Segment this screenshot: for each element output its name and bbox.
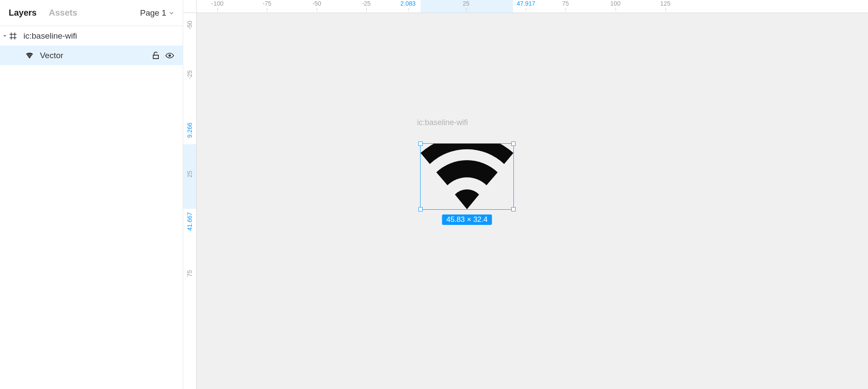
layer-label: ic:baseline-wifi bbox=[23, 31, 183, 41]
ruler-horizontal[interactable]: -100-75-50-252.0832547.91775100125 bbox=[197, 0, 868, 13]
ruler-tick: 125 bbox=[660, 0, 670, 7]
layer-actions bbox=[151, 51, 183, 60]
vector-icon bbox=[25, 51, 34, 60]
ruler-tick: -100 bbox=[211, 0, 224, 7]
ruler-tick: 100 bbox=[610, 0, 620, 7]
layer-tree: ic:baseline-wifi Vector bbox=[0, 26, 183, 389]
wifi-icon[interactable] bbox=[421, 144, 513, 209]
ruler-tick: 47.917 bbox=[517, 0, 536, 7]
layers-panel: Layers Assets Page 1 ic:baseline-wifi Ve… bbox=[0, 0, 183, 389]
canvas-viewport[interactable]: ic:baseline-wifi 45.83 × 32.4 bbox=[197, 13, 868, 389]
frame-icon bbox=[9, 32, 17, 40]
visibility-icon[interactable] bbox=[165, 51, 174, 60]
ruler-tick: 41.667 bbox=[186, 212, 193, 231]
ruler-tick: -75 bbox=[263, 0, 271, 7]
ruler-vertical[interactable]: -50-259.2662541.66775 bbox=[183, 13, 197, 389]
svg-point-0 bbox=[168, 54, 171, 56]
sidebar-header: Layers Assets Page 1 bbox=[0, 0, 183, 26]
tab-layers[interactable]: Layers bbox=[9, 8, 37, 18]
ruler-tick: 75 bbox=[186, 270, 193, 277]
layer-row-vector[interactable]: Vector bbox=[0, 46, 183, 65]
layer-row-frame[interactable]: ic:baseline-wifi bbox=[0, 26, 183, 46]
frame-title[interactable]: ic:baseline-wifi bbox=[417, 118, 468, 127]
resize-handle-bottom-right[interactable] bbox=[511, 207, 516, 211]
selection-bounds[interactable]: 45.83 × 32.4 bbox=[420, 143, 514, 210]
resize-handle-top-left[interactable] bbox=[418, 142, 423, 146]
canvas-area: -100-75-50-252.0832547.91775100125 -50-2… bbox=[183, 0, 868, 389]
ruler-tick: 75 bbox=[562, 0, 569, 7]
ruler-corner bbox=[183, 0, 197, 13]
panel-tabs: Layers Assets bbox=[9, 8, 77, 18]
resize-handle-top-right[interactable] bbox=[511, 142, 516, 146]
expand-toggle-icon[interactable] bbox=[2, 33, 8, 39]
page-selector[interactable]: Page 1 bbox=[140, 8, 174, 18]
ruler-tick: 25 bbox=[186, 171, 193, 178]
unlock-icon[interactable] bbox=[151, 51, 160, 60]
chevron-down-icon bbox=[169, 10, 174, 16]
tab-assets[interactable]: Assets bbox=[49, 8, 78, 18]
ruler-tick: -25 bbox=[186, 70, 193, 79]
ruler-tick: -50 bbox=[312, 0, 321, 7]
ruler-tick: 25 bbox=[463, 0, 470, 7]
ruler-tick: -25 bbox=[362, 0, 371, 7]
ruler-tick: 9.266 bbox=[186, 122, 193, 138]
ruler-tick: 2.083 bbox=[400, 0, 415, 7]
resize-handle-bottom-left[interactable] bbox=[418, 207, 423, 211]
dimensions-badge: 45.83 × 32.4 bbox=[442, 214, 492, 225]
ruler-tick: -50 bbox=[186, 21, 193, 30]
page-label: Page 1 bbox=[140, 8, 166, 18]
layer-label: Vector bbox=[40, 51, 151, 60]
